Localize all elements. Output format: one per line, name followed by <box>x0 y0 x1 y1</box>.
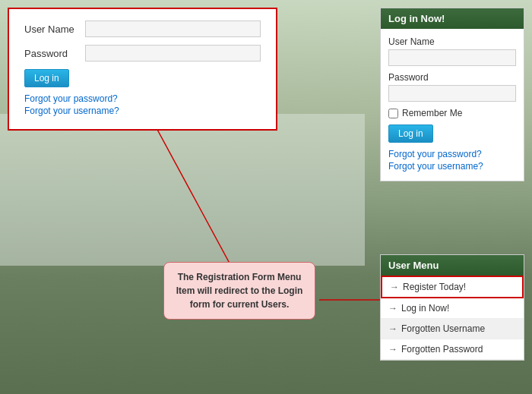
forgot-username-link[interactable]: Forgot your username? <box>24 106 261 116</box>
tooltip-text: The Registration Form Menu Item will red… <box>176 272 303 310</box>
password-label: Password <box>24 48 85 59</box>
forgot-password-link[interactable]: Forgot your password? <box>24 93 261 104</box>
sidebar-password-input[interactable] <box>388 85 516 102</box>
password-row: Password <box>24 45 261 61</box>
sidebar-forgot-password-link[interactable]: Forgot your password? <box>388 149 516 159</box>
login-now-body: User Name Password Remember Me Log in Fo… <box>381 29 524 181</box>
username-label: User Name <box>24 24 85 35</box>
menu-item-login-label: Log in Now! <box>401 303 449 314</box>
login-button[interactable]: Log in <box>24 69 69 87</box>
arrow-icon-3: → <box>388 323 397 334</box>
sidebar-login-panel: Log in Now! User Name Password Remember … <box>380 8 524 189</box>
menu-item-register-label: Register Today! <box>403 282 466 292</box>
login-form-box: User Name Password Log in Forgot your pa… <box>8 8 277 131</box>
sidebar-username-input[interactable] <box>388 49 516 66</box>
arrow-icon: → <box>390 282 399 292</box>
password-input[interactable] <box>85 45 261 61</box>
user-menu-header: User Menu <box>381 255 524 276</box>
sidebar-username-label: User Name <box>388 36 516 47</box>
username-row: User Name <box>24 20 261 37</box>
sidebar-password-label: Password <box>388 72 516 83</box>
menu-item-forgotten-password-label: Forgotten Password <box>401 344 483 355</box>
menu-item-forgotten-username-label: Forgotten Username <box>401 323 485 334</box>
login-now-header: Log in Now! <box>381 8 524 29</box>
user-menu-panel: User Menu → Register Today! → Log in Now… <box>380 254 524 361</box>
menu-item-login[interactable]: → Log in Now! <box>381 298 524 319</box>
tooltip-bubble: The Registration Form Menu Item will red… <box>163 262 315 320</box>
remember-me-row: Remember Me <box>388 108 516 118</box>
menu-item-forgotten-username[interactable]: → Forgotten Username <box>381 319 524 339</box>
remember-me-checkbox[interactable] <box>388 109 398 118</box>
remember-me-label: Remember Me <box>402 108 462 118</box>
arrow-icon-2: → <box>388 303 397 314</box>
menu-item-register[interactable]: → Register Today! <box>381 276 524 298</box>
menu-item-forgotten-password[interactable]: → Forgotten Password <box>381 339 524 360</box>
background-overlay <box>0 114 365 266</box>
arrow-icon-4: → <box>388 344 397 355</box>
login-now-panel: Log in Now! User Name Password Remember … <box>380 8 524 181</box>
sidebar-forgot-username-link[interactable]: Forgot your username? <box>388 161 516 172</box>
sidebar-login-button[interactable]: Log in <box>388 125 433 143</box>
username-input[interactable] <box>85 20 261 37</box>
